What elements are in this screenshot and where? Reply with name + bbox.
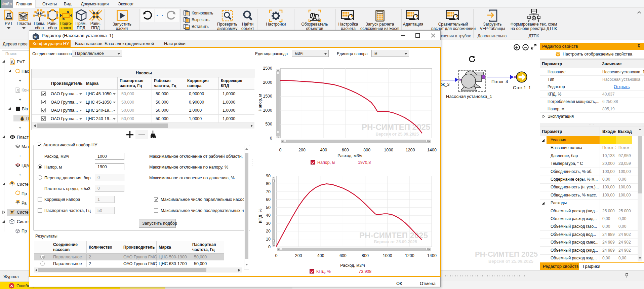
svg-text:Версия от 25.09.2025: Версия от 25.09.2025 [376,132,419,137]
svg-text:Версия от 25.09.2025: Версия от 25.09.2025 [374,240,417,244]
svg-text:ST: ST [34,35,38,39]
